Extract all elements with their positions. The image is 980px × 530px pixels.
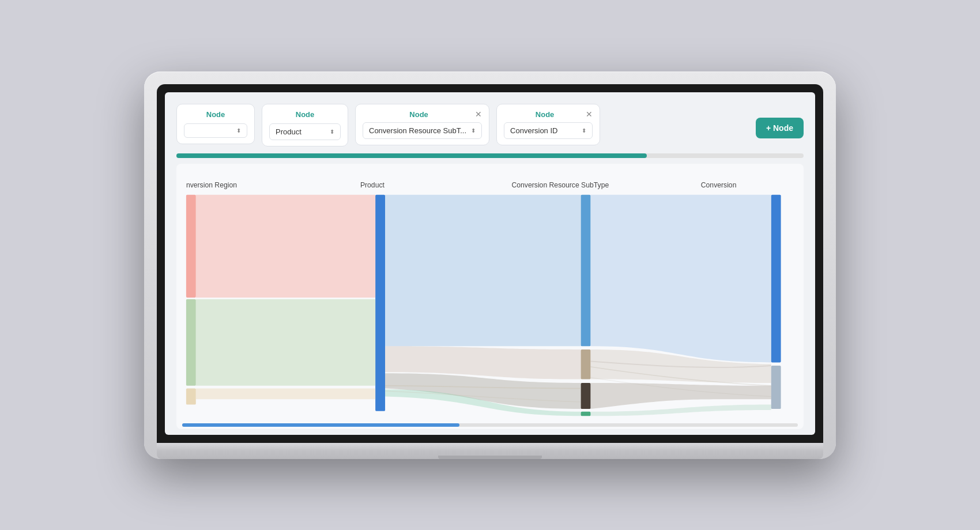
progress-bar-track — [176, 153, 804, 158]
sankey-svg: nversion Region Product Conversion Resou… — [176, 164, 804, 429]
node-1-title: Node — [184, 110, 247, 119]
node-region-green — [186, 299, 196, 385]
node-subtype-green — [581, 411, 591, 416]
chart-scrollbar-track[interactable] — [182, 423, 798, 427]
flow-product-to-subtype-blue — [385, 194, 581, 346]
node-subtype-blue — [581, 194, 591, 346]
app-container: Node ⬍ Node Product ⬍ — [165, 92, 815, 435]
col-header-2: Product — [360, 181, 385, 189]
flow-pink-to-product — [196, 194, 375, 297]
node-4-close-icon[interactable]: ✕ — [586, 110, 593, 118]
node-1-arrow-icon: ⬍ — [236, 127, 241, 134]
node-convid-gray — [771, 366, 781, 409]
node-card-4: Node ✕ Conversion ID ⬍ — [496, 104, 600, 145]
col-header-4: Conversion — [701, 181, 737, 189]
flow-subtype-blue-to-convid-blue — [590, 194, 771, 362]
node-3-value: Conversion Resource SubT... — [369, 126, 466, 135]
col-header-3: Conversion Resource SubType — [512, 181, 609, 189]
node-1-select[interactable]: ⬍ — [184, 123, 247, 138]
node-4-select[interactable]: Conversion ID ⬍ — [504, 122, 593, 139]
flow-green-to-product — [196, 299, 375, 385]
add-node-button[interactable]: + Node — [756, 118, 804, 138]
node-card-2: Node Product ⬍ — [262, 104, 348, 146]
col-header-1: nversion Region — [186, 181, 237, 189]
sankey-chart: nversion Region Product Conversion Resou… — [176, 164, 804, 429]
screen: Node ⬍ Node Product ⬍ — [165, 92, 815, 435]
node-3-close-icon[interactable]: ✕ — [475, 110, 482, 118]
node-3-arrow-icon: ⬍ — [471, 127, 476, 134]
node-2-arrow-icon: ⬍ — [330, 129, 334, 135]
laptop-frame: Node ⬍ Node Product ⬍ — [144, 72, 836, 459]
node-3-title: Node — [363, 110, 475, 119]
flow-tan-to-product — [196, 388, 375, 399]
progress-bar-container — [176, 153, 804, 158]
node-3-select[interactable]: Conversion Resource SubT... ⬍ — [363, 122, 482, 139]
node-subtype-tan — [581, 349, 591, 379]
node-region-tan — [186, 388, 196, 404]
node-card-1: Node ⬍ — [176, 104, 255, 144]
toolbar: Node ⬍ Node Product ⬍ — [176, 104, 804, 146]
node-convid-blue — [771, 194, 781, 362]
node-subtype-dark — [581, 383, 591, 409]
flow-subtype-tiny-to-convid — [590, 404, 771, 416]
laptop-base — [157, 443, 823, 459]
node-2-select[interactable]: Product ⬍ — [269, 123, 341, 140]
chart-scrollbar-thumb[interactable] — [182, 423, 459, 427]
node-card-3: Node ✕ Conversion Resource SubT... ⬍ — [355, 104, 489, 145]
node-4-value: Conversion ID — [510, 126, 557, 135]
screen-bezel: Node ⬍ Node Product ⬍ — [157, 84, 823, 443]
node-product-blue — [375, 194, 385, 411]
node-2-title: Node — [269, 110, 341, 119]
node-region-pink — [186, 194, 196, 297]
node-3-header: Node ✕ — [363, 110, 482, 119]
node-2-value: Product — [276, 127, 301, 136]
node-4-arrow-icon: ⬍ — [582, 127, 586, 134]
node-4-title: Node — [504, 110, 586, 119]
progress-bar-fill — [176, 153, 647, 158]
node-4-header: Node ✕ — [504, 110, 593, 119]
